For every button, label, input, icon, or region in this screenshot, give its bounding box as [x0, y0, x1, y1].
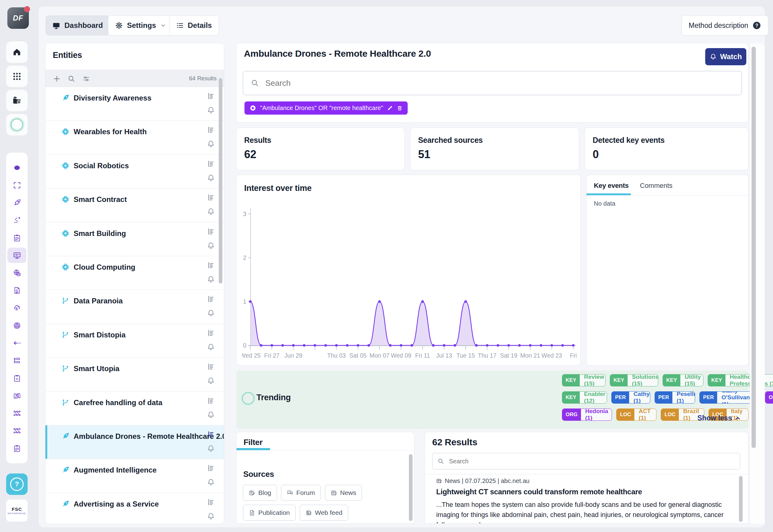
entity-chart-button[interactable]: [207, 397, 215, 405]
entity-bell-button[interactable]: [207, 444, 215, 453]
results-search-box[interactable]: [432, 453, 740, 469]
entity-row[interactable]: Smart Building: [45, 222, 224, 256]
source-filter-news-button[interactable]: News: [325, 485, 362, 501]
entity-row[interactable]: Cloud Computing: [45, 256, 224, 290]
nav-apps-button[interactable]: [6, 66, 28, 87]
trending-tag[interactable]: PER Peselli (1): [655, 391, 695, 404]
entity-bell-button[interactable]: [207, 275, 215, 284]
entity-row[interactable]: Smart Utopia: [45, 358, 224, 391]
watch-button[interactable]: Watch: [705, 48, 746, 65]
sidebar-tool-route[interactable]: [7, 213, 26, 228]
entities-scrollbar-vert[interactable]: [219, 78, 223, 283]
source-filter-forum-button[interactable]: Forum: [281, 485, 321, 501]
sidebar-tool-crop[interactable]: [7, 177, 26, 193]
results-scrollbar-thumb[interactable]: [739, 476, 743, 522]
entity-bell-button[interactable]: [207, 309, 215, 317]
entity-row[interactable]: Smart Distopia: [45, 324, 224, 358]
entity-chart-button[interactable]: [207, 430, 215, 439]
entity-row[interactable]: Data Paranoia: [45, 290, 224, 324]
main-search-box[interactable]: [243, 71, 742, 95]
sidebar-tool-dot[interactable]: [7, 160, 26, 175]
trending-tag[interactable]: ORG Hedonia (1): [562, 409, 612, 421]
source-filter-web-feed-button[interactable]: Web feed: [300, 505, 348, 521]
nav-folder-add-button[interactable]: [6, 90, 28, 111]
tab-comments[interactable]: Comments: [640, 182, 672, 190]
sidebar-tool-wheel[interactable]: [7, 318, 26, 333]
entity-chart-button[interactable]: [207, 160, 215, 168]
sidebar-tool-arrow-left[interactable]: [7, 336, 26, 351]
help-button[interactable]: ?: [6, 473, 28, 495]
add-entity-button[interactable]: [53, 75, 61, 83]
entity-row[interactable]: Advertising as a Service: [45, 493, 224, 524]
tab-settings[interactable]: Settings: [108, 15, 173, 36]
entity-bell-button[interactable]: [207, 377, 215, 385]
entity-chart-button[interactable]: [207, 363, 215, 371]
main-scrollbar-thumb[interactable]: [752, 47, 756, 448]
trending-tag[interactable]: KEY Enabler (12): [562, 391, 607, 404]
trending-tag[interactable]: KEY Review (15): [562, 374, 606, 386]
sidebar-tool-rocket-outline[interactable]: [7, 195, 26, 211]
trending-tag[interactable]: KEY Solutions (15): [610, 374, 658, 386]
avatar[interactable]: DF: [7, 7, 29, 29]
entity-chart-button[interactable]: [207, 464, 215, 473]
sidebar-tool-doc-chart[interactable]: [7, 283, 26, 298]
entity-row[interactable]: Wearables for Health: [45, 121, 224, 154]
entity-row[interactable]: Carefree handling of data: [45, 392, 224, 425]
entity-row[interactable]: Divisersity Awareness: [45, 87, 224, 121]
sidebar-tool-network[interactable]: [7, 406, 26, 421]
result-item[interactable]: News | 07.07.2025 | abc.net.auLightweigh…: [436, 477, 738, 524]
entity-bell-button[interactable]: [207, 106, 215, 115]
sidebar-tool-brain[interactable]: [7, 300, 26, 316]
tab-details[interactable]: Details: [169, 15, 219, 36]
sidebar-tool-clipboard[interactable]: [7, 371, 26, 386]
query-pill[interactable]: "Ambulance Drones" OR "remote healthcare…: [245, 101, 408, 115]
main-search-input[interactable]: [265, 78, 726, 88]
entity-chart-button[interactable]: [207, 498, 215, 507]
entity-row[interactable]: Augmented Intelligence: [45, 459, 224, 493]
tab-key-events[interactable]: Key events: [594, 182, 629, 190]
sidebar-tool-map[interactable]: [7, 388, 26, 403]
entity-chart-button[interactable]: [207, 227, 215, 236]
entity-bell-button[interactable]: [207, 411, 215, 419]
entity-bell-button[interactable]: [207, 241, 215, 250]
source-filter-blog-button[interactable]: Blog: [243, 485, 277, 501]
entity-chart-button[interactable]: [207, 329, 215, 337]
entity-bell-button[interactable]: [207, 207, 215, 216]
rocket-icon: [61, 466, 70, 474]
entity-bell-button[interactable]: [207, 512, 215, 521]
sidebar-tool-monitor-pulse-selected[interactable]: [7, 248, 26, 263]
entity-row[interactable]: Smart Contract: [45, 188, 224, 222]
pencil-icon[interactable]: [387, 105, 393, 111]
sidebar-tool-timeline[interactable]: [7, 353, 26, 368]
entity-chart-button[interactable]: [207, 126, 215, 134]
sidebar-tool-network[interactable]: [7, 423, 26, 439]
nav-spinner-button[interactable]: [6, 114, 28, 135]
sidebar-tool-clipboard-chat[interactable]: [7, 441, 26, 456]
entity-chart-button[interactable]: [207, 193, 215, 202]
filter-scrollbar-thumb[interactable]: [409, 454, 413, 521]
tab-dashboard[interactable]: Dashboard: [45, 15, 109, 36]
filter-entities-button[interactable]: [82, 75, 90, 83]
results-search-input[interactable]: [448, 458, 726, 465]
trending-tag[interactable]: PER Cathy (1): [611, 391, 650, 404]
trash-icon[interactable]: [397, 105, 403, 111]
entity-bell-button[interactable]: [207, 140, 215, 148]
trending-tag[interactable]: ORG Verizon Business (1): [765, 391, 773, 404]
entity-bell-button[interactable]: [207, 174, 215, 182]
search-entities-button[interactable]: [67, 75, 75, 83]
source-filter-publication-button[interactable]: Publication: [243, 505, 296, 521]
entity-bell-button[interactable]: [207, 343, 215, 351]
trending-tag[interactable]: LOC ACT (1): [616, 409, 657, 421]
nav-home-button[interactable]: [6, 41, 28, 63]
entity-row[interactable]: Social Robotics: [45, 155, 224, 188]
sidebar-tool-globe-chart[interactable]: [7, 265, 26, 281]
entity-chart-button[interactable]: [207, 295, 215, 303]
entity-row-selected[interactable]: Ambulance Drones - Remote Healthcare 2.0: [45, 425, 224, 459]
sidebar-tool-clipboard-chat[interactable]: [7, 230, 26, 245]
trending-tag[interactable]: KEY Utility (15): [663, 374, 703, 386]
entity-chart-button[interactable]: [207, 92, 215, 101]
method-description-button[interactable]: Method description ?: [682, 15, 768, 36]
entity-bell-button[interactable]: [207, 478, 215, 487]
entity-chart-button[interactable]: [207, 261, 215, 270]
show-less-button[interactable]: Show less: [698, 414, 741, 422]
